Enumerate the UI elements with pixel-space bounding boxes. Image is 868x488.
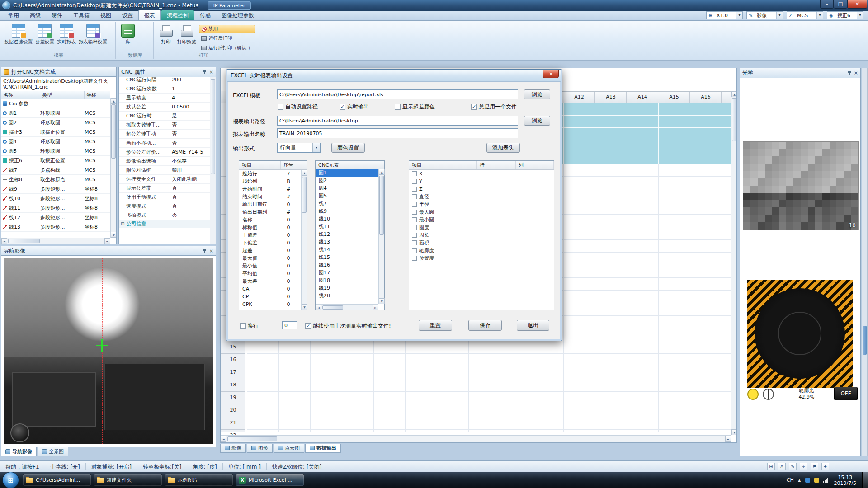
cnc-element-item[interactable]: 线10 [316, 215, 378, 223]
column-header-item[interactable]: 项目 [239, 161, 281, 169]
checkbox-box[interactable] [412, 233, 417, 238]
property-row[interactable]: 速度模式否 [119, 202, 210, 211]
chevron-down-icon[interactable]: ▾ [816, 12, 823, 19]
property-row[interactable]: 使用手动模式否 [119, 193, 210, 202]
column-header-item[interactable]: 项目 [409, 161, 477, 169]
dialog-close-button[interactable]: × [543, 70, 559, 78]
option-checkbox[interactable]: 显示超差颜色 [395, 103, 435, 111]
tray-app-icon-2[interactable] [814, 478, 819, 483]
report-items-scrollbar[interactable]: ▲ ▼ [301, 170, 307, 310]
save-button[interactable]: 保存 [468, 320, 502, 331]
sheet-row-header[interactable]: 17 [221, 366, 245, 379]
checkbox-box[interactable] [412, 248, 417, 253]
cnc-element-item[interactable]: 线13 [316, 238, 378, 246]
output-item-row[interactable]: 周长 [410, 231, 553, 239]
column-header-index[interactable]: 序号 [281, 161, 307, 169]
excel-template-input[interactable] [277, 89, 518, 99]
cnc-element-item[interactable]: 圆17 [316, 269, 378, 277]
font-tool-icon[interactable]: A [778, 463, 786, 470]
print-preview-button[interactable]: 打印预览 [176, 23, 197, 44]
property-row[interactable]: 影像输出选项不保存 [119, 157, 210, 166]
flag-tool-icon[interactable]: ⚑ [811, 463, 818, 470]
scroll-up-icon[interactable]: ▲ [111, 98, 117, 104]
cnc-elements-scrollbar[interactable]: ▲ ▼ [378, 169, 384, 304]
close-panel-icon[interactable]: × [209, 249, 213, 253]
library-button[interactable]: 库 [118, 23, 138, 44]
scrollbar-thumb[interactable] [111, 104, 116, 159]
sheet-row-header[interactable]: 20 [221, 404, 245, 417]
checkbox-box[interactable] [412, 256, 417, 261]
feature-row[interactable]: 圆1环形取圆MCS [1, 108, 110, 118]
option-checkbox[interactable]: ✓总是用一个文件 [471, 103, 517, 111]
option-checkbox[interactable]: 自动设置路径 [278, 103, 318, 111]
report-item-row[interactable]: CPK0 [240, 300, 301, 308]
report-item-row[interactable]: 超差0 [240, 247, 301, 254]
column-header-row[interactable]: 行 [477, 161, 516, 169]
sheet-vscrollbar[interactable]: ▲ ▼ [731, 91, 737, 435]
feature-row[interactable]: 线9多段矩形...坐标8 [1, 184, 110, 194]
ribbon-tab[interactable]: 硬件 [46, 10, 68, 20]
quick-combo[interactable]: ◈摆正6▾ [827, 11, 863, 19]
cnc-elements-hscrollbar[interactable]: ◄ ► [316, 304, 378, 310]
camera-view[interactable] [747, 280, 853, 388]
language-indicator[interactable]: CH [787, 477, 794, 483]
chevron-down-icon[interactable]: ▾ [776, 12, 783, 19]
sheet-row-header[interactable]: 21 [221, 417, 245, 429]
feature-row[interactable]: 摆正6取摆正位置MCS [1, 156, 110, 165]
feature-row[interactable]: 圆5环形取圆MCS [1, 146, 110, 156]
scroll-down-icon[interactable]: ▼ [731, 429, 737, 435]
chevron-down-icon[interactable]: ▾ [736, 12, 742, 19]
chevron-down-icon[interactable]: ▾ [857, 12, 863, 19]
report-item-row[interactable]: CA0 [240, 285, 301, 293]
nav-view-tab[interactable]: 全景图 [38, 447, 68, 456]
report-output-settings-button[interactable]: 报表输出设置 [77, 23, 108, 44]
cnc-element-item[interactable]: 线15 [316, 253, 378, 261]
output-item-row[interactable]: 最小圆 [410, 216, 553, 224]
scrollbar-thumb[interactable] [227, 436, 277, 441]
cnc-element-item[interactable]: 线11 [316, 223, 378, 230]
checkbox-box[interactable] [412, 179, 417, 184]
print-after-confirm-button[interactable]: 运行后打印（确认 ） [199, 44, 255, 52]
zoom-pixel-view[interactable]: 10 [743, 141, 859, 230]
checkbox-box[interactable] [412, 202, 417, 207]
scroll-right-icon[interactable]: ► [104, 238, 110, 244]
taskbar-button[interactable]: 新建文件夹 [94, 474, 162, 486]
pin-icon[interactable] [203, 70, 207, 75]
output-item-row[interactable]: 面积 [410, 239, 553, 247]
report-item-row[interactable]: 输出日期行0 [240, 201, 301, 208]
scrollbar-thumb[interactable] [322, 305, 343, 310]
scroll-right-icon[interactable]: ► [373, 305, 378, 310]
sheet-row-header[interactable]: 15 [221, 341, 245, 353]
feature-row[interactable]: 圆4环形取圆MCS [1, 137, 110, 146]
checkbox-box[interactable] [412, 194, 417, 199]
feature-row[interactable]: 线11多段矩形...坐标8 [1, 203, 110, 213]
ribbon-tab[interactable]: 工具箱 [68, 10, 95, 20]
output-item-row[interactable]: 直径 [410, 193, 553, 201]
scroll-up-icon[interactable]: ▲ [302, 170, 307, 176]
cnc-element-item[interactable]: 线19 [316, 284, 378, 292]
data-filter-settings-button[interactable]: 数据过滤设置 [3, 23, 34, 44]
draw-tool-icon[interactable]: ✎ [789, 463, 797, 470]
checkbox-box[interactable] [412, 225, 417, 230]
sheet-column-header[interactable]: A15 [658, 91, 690, 103]
property-row[interactable]: 超公差转手动否 [119, 130, 210, 139]
network-icon[interactable] [823, 478, 828, 483]
quick-combo[interactable]: ∠MCS▾ [787, 11, 823, 19]
scrollbar-thumb[interactable] [8, 239, 40, 243]
file-panel-scrollbar[interactable]: ▲ ▼ [110, 98, 116, 238]
ribbon-tab[interactable]: 图像处理参数 [216, 10, 259, 20]
scroll-left-icon[interactable]: ◄ [316, 305, 321, 310]
file-column-header[interactable]: 类型 [40, 91, 85, 99]
show-desktop-button[interactable] [862, 472, 868, 488]
quick-combo[interactable]: ✎影像▾ [746, 11, 783, 19]
feature-row[interactable]: 线13多段矩形...坐标8 [1, 222, 110, 232]
scrollbar-thumb[interactable] [302, 177, 307, 213]
output-item-row[interactable]: 最大圆 [410, 208, 553, 216]
browse-template-button[interactable]: 浏览 [524, 89, 550, 99]
report-item-row[interactable]: 标称值0 [240, 224, 301, 231]
add-header-button[interactable]: 添加表头 [486, 143, 520, 153]
output-item-row[interactable]: Y [410, 178, 553, 185]
report-item-row[interactable]: 最大值0 [240, 254, 301, 262]
tray-app-icon[interactable] [805, 478, 810, 483]
sheet-hscrollbar[interactable]: ◄ ► [221, 435, 731, 442]
